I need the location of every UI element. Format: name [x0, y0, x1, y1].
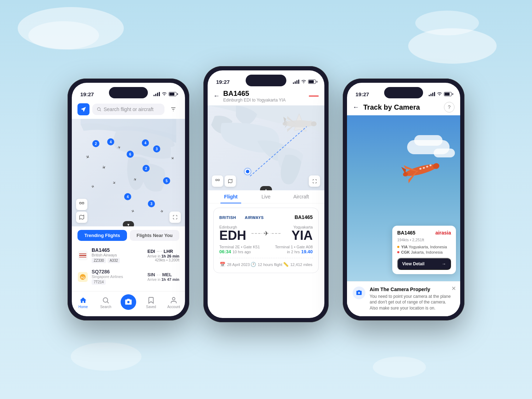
arrive-1: Arrive in 1h 26 min	[148, 254, 179, 258]
flight-tags-1: ZZ330 A332	[92, 258, 144, 263]
bottom-nav: Home Search	[72, 291, 185, 316]
back-btn-3[interactable]: ←	[353, 104, 359, 111]
sq-logo-container: SQ	[77, 272, 88, 282]
airasia-logo: airasia	[435, 230, 451, 236]
scroll-indicator-1[interactable]: ▼	[123, 221, 134, 226]
flight-code-2: SQ7286	[92, 269, 144, 274]
svg-text:SQ: SQ	[81, 276, 85, 279]
flight-item-ba1465[interactable]: BA1465 British Airways ZZ330 A332 EDI --…	[72, 244, 185, 266]
back-button[interactable]: ←	[213, 92, 220, 100]
scroll-up-2[interactable]: ▲	[260, 186, 272, 190]
svg-point-14	[172, 297, 175, 300]
dep-label: 10 hrs ago	[232, 250, 251, 254]
layer-btn-2[interactable]	[212, 175, 223, 187]
nav-search[interactable]: Search	[94, 296, 117, 309]
nav-account[interactable]: Account	[162, 296, 185, 309]
map-expand-2[interactable]	[309, 175, 320, 187]
departure-col: Edinburgh EDH	[219, 225, 249, 242]
flight-date: 28 April 2023	[227, 262, 250, 267]
nav-home[interactable]: Home	[72, 296, 94, 309]
flight-cluster-7[interactable]: 5	[163, 177, 170, 184]
trending-tab[interactable]: Trending Flights	[77, 230, 127, 241]
phones-container: 19:27	[68, 77, 464, 322]
flight-cluster-4[interactable]: 6	[127, 151, 134, 158]
tag-sq1: 7T214	[92, 279, 106, 285]
nav-home-label: Home	[79, 305, 88, 309]
to-terminal: Terminal 1 • Gate A08	[275, 245, 313, 249]
ba-logo-container	[77, 250, 88, 261]
map-btn-2[interactable]	[225, 175, 236, 187]
flight-header: ← BA1465 Edinburgh EDI to Yogyakarta YIA	[208, 88, 324, 105]
svg-rect-19	[216, 179, 217, 181]
tab-flight[interactable]: Flight	[213, 190, 248, 203]
status-icons-1	[154, 92, 177, 97]
dot-yia	[397, 246, 399, 248]
svg-rect-20	[218, 179, 219, 181]
notice-close-btn[interactable]: ✕	[451, 285, 456, 292]
flight-cluster-9[interactable]: 3	[148, 200, 155, 207]
signal-icon-3	[429, 92, 435, 96]
arrive-2: Arrive in 1h 47 min	[148, 277, 179, 282]
route-dots-2: --→	[156, 273, 161, 277]
flight-route-2: SIN --→ MEL Arrive in 1h 47 min	[148, 272, 179, 282]
map-area-2[interactable]: ▲	[208, 105, 324, 190]
route-2: SIN --→ MEL	[148, 272, 179, 277]
phone2-content: ← BA1465 Edinburgh EDI to Yogyakarta YIA	[208, 88, 324, 318]
flight-cluster-2[interactable]: 4	[107, 138, 114, 145]
flight-code-1: BA1465	[92, 247, 144, 253]
phone-1-screen: 19:27	[72, 83, 185, 316]
phone-2-screen: 19:27	[208, 70, 324, 318]
flight-cluster-5[interactable]: 3	[153, 145, 160, 152]
search-bar[interactable]: Search flight or aircraft	[92, 104, 164, 115]
svg-point-0	[97, 108, 100, 110]
camera-header: ← Track by Camera ?	[347, 100, 460, 115]
phone-2: 19:27	[203, 66, 329, 322]
from-terminal-col: Terminal 2E • Gate K51 06:34 10 hrs ago	[219, 245, 260, 254]
status-time-1: 19:27	[80, 91, 94, 97]
map-expand-btn[interactable]	[169, 212, 181, 223]
wifi-icon-2	[301, 79, 306, 85]
flight-cluster-3[interactable]: 4	[142, 139, 149, 146]
flights-panel: Trending Flights Flights Near You	[72, 226, 185, 291]
map-view-btn[interactable]	[76, 212, 87, 223]
from-terminal: Terminal 2E • Gate K51	[219, 245, 260, 249]
nav-camera[interactable]	[117, 294, 140, 311]
phone-3-screen: 19:27	[347, 83, 460, 316]
flight-main-1: BA1465 British Airways ZZ330 A332	[92, 247, 144, 263]
flight-cluster-1[interactable]: 2	[92, 140, 99, 147]
camera-nav-btn[interactable]	[121, 294, 136, 310]
help-button[interactable]: ?	[444, 102, 455, 112]
svg-rect-4	[80, 202, 81, 204]
flight-cluster-6[interactable]: 2	[143, 165, 150, 172]
calendar-icon: 📅	[220, 262, 225, 267]
svg-text:BRITISH: BRITISH	[219, 215, 236, 220]
flight-cluster-8[interactable]: 4	[124, 193, 131, 200]
flight-duration: 12 hours flight	[258, 262, 282, 267]
nav-saved[interactable]: Saved	[140, 296, 162, 309]
view-detail-label: View Detail	[402, 261, 424, 266]
ticket-divider	[219, 258, 313, 258]
svg-rect-5	[82, 202, 84, 204]
from-code-1: EDI	[148, 249, 155, 254]
flight-tags-2: 7T214	[92, 279, 144, 285]
filter-button[interactable]	[167, 103, 179, 115]
tab-live[interactable]: Live	[248, 190, 283, 203]
battery-icon-3	[444, 92, 452, 96]
layer-toggle-btn[interactable]	[76, 199, 87, 210]
route-1: EDI ----→ LHR	[148, 249, 179, 254]
svg-point-13	[103, 297, 108, 302]
dynamic-island-2	[246, 75, 287, 86]
view-detail-btn[interactable]: View Detail →	[397, 258, 451, 270]
flight-tabs-row: Trending Flights Flights Near You	[72, 230, 185, 241]
map-area-1[interactable]: 2 4 4 6 3 2 5 4 3 ✈ ✈ ✈ ✈ ✈ ✈ ✈	[72, 119, 185, 226]
notice-title: Aim The Camera Properly	[370, 287, 455, 292]
status-icons-3	[429, 92, 452, 97]
nearby-tab[interactable]: Flights Near You	[130, 230, 179, 241]
tab-aircraft[interactable]: Aircraft	[284, 190, 319, 203]
flight-item-sq7286[interactable]: SQ SQ7286 Singapore Airlines 7T214	[72, 266, 185, 288]
arrow-icon: →	[442, 261, 446, 266]
signal-icon-2	[293, 80, 299, 84]
meta-duration: 🕐 12 hours flight	[250, 262, 282, 267]
app-logo[interactable]	[77, 103, 89, 115]
svg-text:AIRWAYS: AIRWAYS	[245, 215, 264, 220]
